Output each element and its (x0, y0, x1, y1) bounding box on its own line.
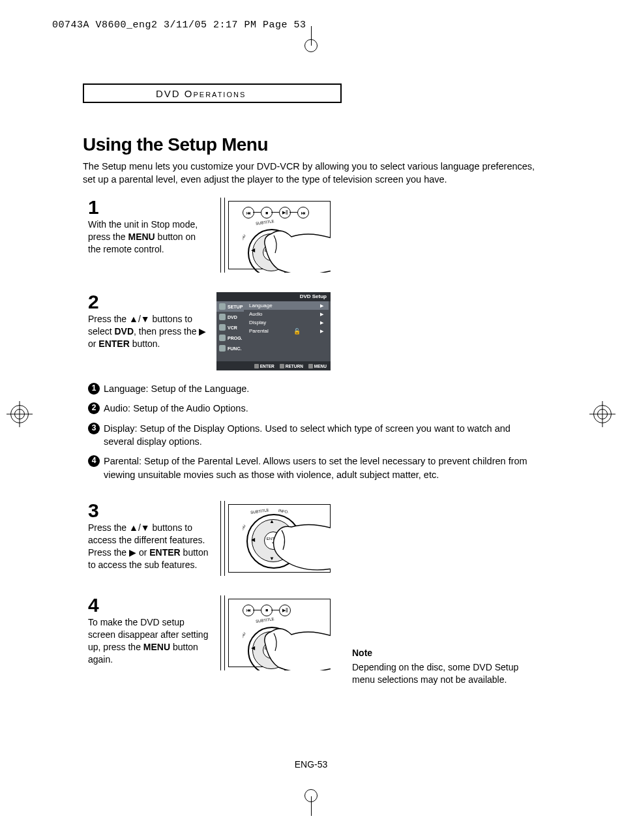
step-1: 1 With the unit in Stop mode, press the … (83, 198, 539, 273)
osd-screenshot: DVD Setup SETUP DVD VCR PROG. FUNC. Lang… (216, 292, 331, 370)
list-item: 4Parental: Setup of the Parental Level. … (83, 455, 539, 481)
section-label-box: DVD Operations (83, 83, 342, 103)
step-body: Press the ▲/▼ buttons to select DVD, the… (88, 313, 210, 350)
intro-paragraph: The Setup menu lets you customize your D… (83, 160, 539, 186)
step-2: 2 Press the ▲/▼ buttons to select DVD, t… (83, 292, 539, 370)
registration-mark-left (7, 401, 33, 427)
step-body: Press the ▲/▼ buttons to access the diff… (88, 522, 210, 571)
setup-options-list: 1Language: Setup of the Language. 2Audio… (83, 382, 539, 481)
step-body: With the unit in Stop mode, press the ME… (88, 218, 210, 256)
remote-illustration-3: SUBTITLE INFO. MENU ENTER↩ ▲ ▼ ◀ ▶ (216, 501, 331, 576)
osd-row-parental: Parental🔓▶ (244, 327, 329, 335)
osd-tab-dvd: DVD (216, 312, 244, 322)
step-number: 4 (88, 595, 210, 615)
step-number: 3 (88, 501, 210, 520)
step-body: To make the DVD setup screen disappear a… (88, 616, 210, 666)
remote-illustration-1: ⏮ ■ ▶ǁ ⏭ SUBTITLE MENU ENTER↩ ◀ ▶ (216, 198, 331, 273)
osd-hint-menu: MENU (308, 364, 327, 368)
page-number: ENG-53 (0, 759, 622, 770)
osd-tab-prog: PROG. (216, 333, 244, 343)
osd-tab-vcr: VCR (216, 322, 244, 333)
osd-tab-setup: SETUP (216, 301, 244, 312)
note-body: Depending on the disc, some DVD Setup me… (352, 662, 518, 685)
osd-tab-func: FUNC. (216, 343, 244, 353)
note-heading: Note (352, 647, 522, 660)
crop-mark-top (304, 26, 318, 52)
remote-illustration-4: ⏮ ■ ▶ǁ SUBTITLE MENU ENTER↩ ◀ ▶ (216, 595, 331, 670)
osd-row-display: Display▶ (244, 318, 329, 327)
osd-hint-enter: ENTER (254, 364, 274, 368)
step-number: 1 (88, 198, 210, 217)
osd-row-language: Language▶ (244, 301, 329, 310)
osd-title: DVD Setup (300, 293, 327, 299)
list-item: 3Display: Setup of the Display Options. … (83, 422, 539, 449)
step-3: 3 Press the ▲/▼ buttons to access the di… (83, 501, 539, 576)
page-content: DVD Operations Using the Setup Menu The … (83, 83, 539, 670)
crop-mark-bottom (304, 789, 318, 816)
step-number: 2 (88, 292, 210, 312)
osd-row-audio: Audio▶ (244, 310, 329, 318)
print-job-header: 00743A V8600_eng2 3/11/05 2:17 PM Page 5… (52, 20, 306, 31)
registration-mark-right (589, 401, 615, 427)
list-item: 2Audio: Setup of the Audio Options. (83, 402, 539, 415)
section-label: DVD Operations (156, 88, 246, 99)
page-title: Using the Setup Menu (83, 134, 539, 155)
note-block: Note Depending on the disc, some DVD Set… (352, 647, 522, 687)
list-item: 1Language: Setup of the Language. (83, 382, 539, 395)
osd-hint-return: RETURN (280, 364, 303, 368)
